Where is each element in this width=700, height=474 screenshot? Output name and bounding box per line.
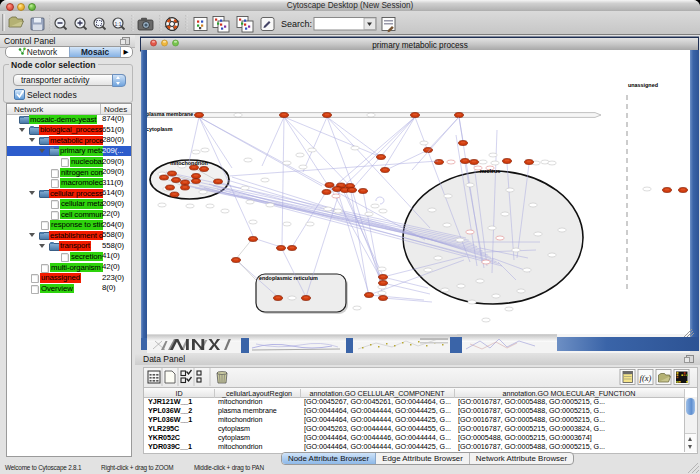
- svg-text:1:1: 1:1: [115, 21, 122, 27]
- svg-text:mitochondrion: mitochondrion: [170, 160, 208, 166]
- svg-text:primary metabolic process: primary metabolic process: [372, 41, 468, 50]
- svg-text:Search:: Search:: [281, 19, 312, 29]
- svg-text:endoplasmic reticulum: endoplasmic reticulum: [259, 275, 318, 281]
- svg-text:nucleus: nucleus: [480, 168, 500, 174]
- svg-text:unassigned: unassigned: [628, 82, 658, 88]
- svg-text:f(x): f(x): [640, 373, 652, 383]
- svg-text:cytoplasm: cytoplasm: [146, 126, 173, 132]
- svg-text:plasma membrane: plasma membrane: [146, 111, 193, 117]
